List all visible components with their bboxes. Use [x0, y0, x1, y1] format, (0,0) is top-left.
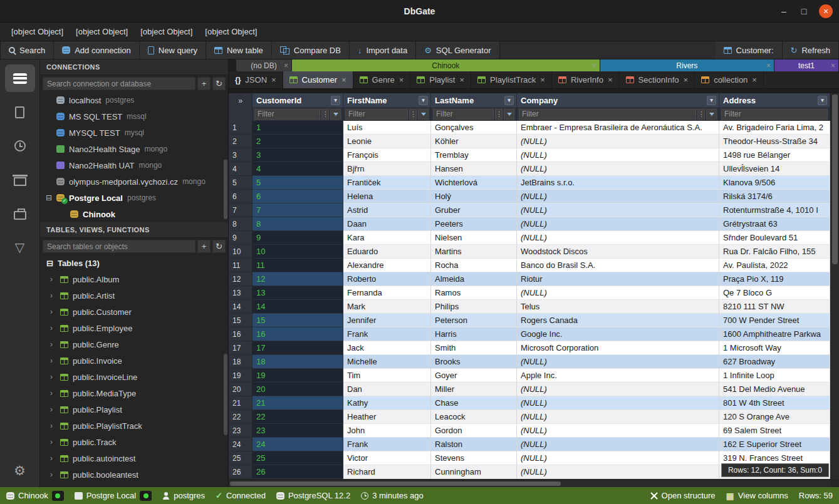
- table-row[interactable]: 16 16 Frank Harris Google Inc. 1600 Amph…: [229, 327, 839, 341]
- customer-tab-button[interactable]: Customer:: [716, 41, 783, 59]
- horizontal-scrollbar[interactable]: [229, 480, 830, 487]
- row-number[interactable]: 6: [229, 190, 253, 203]
- cell-company[interactable]: (NULL): [517, 465, 719, 479]
- cell-address[interactable]: Rotenturmstraße 4, 1010 I: [719, 203, 830, 217]
- table-list-item[interactable]: › public.Genre: [40, 336, 228, 352]
- row-number[interactable]: 20: [229, 383, 253, 396]
- cell-company[interactable]: (NULL): [517, 424, 719, 438]
- cell-lastname[interactable]: Wichterlová: [431, 176, 517, 190]
- chevron-right-icon[interactable]: ›: [50, 291, 56, 300]
- table-list-item[interactable]: › public.Invoice: [40, 352, 228, 369]
- close-icon[interactable]: ×: [284, 61, 288, 70]
- cell-lastname[interactable]: Ramos: [431, 286, 517, 300]
- row-number[interactable]: 12: [229, 272, 253, 286]
- kebab-menu-icon[interactable]: ⋮: [495, 109, 503, 120]
- table-list-item[interactable]: › public.PlaylistTrack: [40, 418, 228, 434]
- sidebar-item-plugins[interactable]: [5, 200, 35, 227]
- table-row[interactable]: 18 18 Michelle Brooks (NULL) 627 Broadwa…: [229, 355, 839, 369]
- cell-lastname[interactable]: Gruber: [431, 203, 517, 217]
- table-row[interactable]: 5 5 Frantiček Wichterlová JetBrains s.r.…: [229, 176, 839, 190]
- cell-customerid[interactable]: 16: [253, 327, 343, 341]
- close-icon[interactable]: ×: [341, 75, 347, 85]
- cell-lastname[interactable]: Peeters: [431, 217, 517, 231]
- cell-company[interactable]: Riotur: [517, 272, 719, 286]
- collapse-icon[interactable]: ⊟: [46, 259, 53, 268]
- kebab-menu-icon[interactable]: ⋮: [697, 109, 705, 120]
- cell-lastname[interactable]: Ralston: [431, 438, 517, 451]
- tab-table[interactable]: collection ×: [695, 71, 764, 88]
- close-icon[interactable]: ×: [831, 61, 835, 70]
- cell-lastname[interactable]: Goyer: [431, 369, 517, 383]
- menu-item[interactable]: [object Object]: [70, 24, 134, 39]
- table-row[interactable]: 15 15 Jennifer Peterson Rogers Canada 70…: [229, 314, 839, 327]
- table-row[interactable]: 23 23 John Gordon (NULL) 69 Salem Street: [229, 424, 839, 438]
- cell-firstname[interactable]: Victor: [343, 451, 431, 465]
- cell-address[interactable]: 69 Salem Street: [719, 424, 830, 438]
- cell-customerid[interactable]: 19: [253, 369, 343, 383]
- table-row[interactable]: 14 14 Mark Philips Telus 8210 111 ST NW: [229, 300, 839, 314]
- cell-lastname[interactable]: Philips: [431, 300, 517, 314]
- table-list-item[interactable]: › public.Playlist: [40, 401, 228, 418]
- cell-customerid[interactable]: 17: [253, 341, 343, 355]
- row-number[interactable]: 14: [229, 300, 253, 314]
- table-list-item[interactable]: › public.Employee: [40, 320, 228, 336]
- cell-firstname[interactable]: Frantiček: [343, 176, 431, 190]
- cell-firstname[interactable]: Roberto: [343, 272, 431, 286]
- cell-customerid[interactable]: 25: [253, 451, 343, 465]
- cell-lastname[interactable]: Miller: [431, 383, 517, 396]
- cell-lastname[interactable]: Stevens: [431, 451, 517, 465]
- cell-lastname[interactable]: Tremblay: [431, 148, 517, 162]
- close-icon[interactable]: ×: [608, 75, 613, 85]
- row-number[interactable]: 11: [229, 259, 253, 272]
- close-icon[interactable]: ×: [684, 75, 689, 85]
- table-row[interactable]: 8 8 Daan Peeters (NULL) Grétrystraat 63: [229, 217, 839, 231]
- table-row[interactable]: 2 2 Leonie Köhler (NULL) Theodor-Heuss-S…: [229, 135, 839, 148]
- tab-json[interactable]: {} JSON ×: [229, 71, 283, 88]
- cell-address[interactable]: Rilská 3174/6: [719, 190, 830, 203]
- cell-customerid[interactable]: 26: [253, 465, 343, 479]
- compare-db-button[interactable]: Compare DB: [272, 41, 350, 59]
- cell-customerid[interactable]: 18: [253, 355, 343, 369]
- filter-funnel-icon[interactable]: [418, 109, 429, 120]
- cell-company[interactable]: (NULL): [517, 148, 719, 162]
- scrollbar-thumb[interactable]: [224, 354, 227, 435]
- menu-item[interactable]: [object Object]: [5, 24, 70, 39]
- cell-customerid[interactable]: 14: [253, 300, 343, 314]
- sidebar-item-files[interactable]: [5, 98, 35, 126]
- cell-company[interactable]: Rogers Canada: [517, 314, 719, 327]
- row-number[interactable]: 3: [229, 148, 253, 162]
- cell-firstname[interactable]: Jack: [343, 341, 431, 355]
- cell-address[interactable]: 700 W Pender Street: [719, 314, 830, 327]
- connection-item[interactable]: ⊟ ✓ Nano2Health Stage mongo: [40, 141, 228, 157]
- cell-lastname[interactable]: Rocha: [431, 259, 517, 272]
- open-structure-button[interactable]: Open structure: [650, 491, 716, 500]
- row-number[interactable]: 4: [229, 162, 253, 176]
- tab-table[interactable]: PlaylistTrack ×: [471, 71, 552, 88]
- cell-customerid[interactable]: 22: [253, 410, 343, 424]
- cell-firstname[interactable]: Leonie: [343, 135, 431, 148]
- chevron-right-icon[interactable]: ›: [50, 454, 56, 463]
- tab-table[interactable]: RiverInfo ×: [552, 71, 620, 88]
- cell-firstname[interactable]: Richard: [343, 465, 431, 479]
- row-number[interactable]: 16: [229, 327, 253, 341]
- kebab-menu-icon[interactable]: ⋮: [409, 109, 417, 120]
- connection-item[interactable]: ⊟ ✓ MS SQL TEST mssql: [40, 108, 228, 125]
- connection-item[interactable]: ⊟ ✓ Nano2Health UAT mongo: [40, 157, 228, 173]
- chevron-right-icon[interactable]: ›: [50, 324, 56, 332]
- connection-item[interactable]: ⊟ ✓ Chinook: [40, 206, 228, 222]
- table-row[interactable]: 9 9 Kara Nielsen (NULL) Sřnder Boulevard…: [229, 231, 839, 245]
- cell-firstname[interactable]: Kara: [343, 231, 431, 245]
- cell-firstname[interactable]: Bjřrn: [343, 162, 431, 176]
- chevron-right-icon[interactable]: ›: [50, 421, 56, 430]
- cell-address[interactable]: 8210 111 ST NW: [719, 300, 830, 314]
- connection-item[interactable]: ⊟ ✓ MYSQL TEST mysql: [40, 125, 228, 141]
- cell-lastname[interactable]: Brooks: [431, 355, 517, 369]
- chevron-right-icon[interactable]: ›: [50, 275, 56, 284]
- cell-customerid[interactable]: 2: [253, 135, 343, 148]
- row-number[interactable]: 9: [229, 231, 253, 245]
- view-columns-button[interactable]: ▦ View columns: [726, 491, 788, 500]
- cell-address[interactable]: Av. Brigadeiro Faria Lima, 2: [719, 121, 830, 135]
- cell-address[interactable]: Rua Dr. Falcão Filho, 155: [719, 245, 830, 259]
- cell-company[interactable]: (NULL): [517, 135, 719, 148]
- cell-company[interactable]: (NULL): [517, 217, 719, 231]
